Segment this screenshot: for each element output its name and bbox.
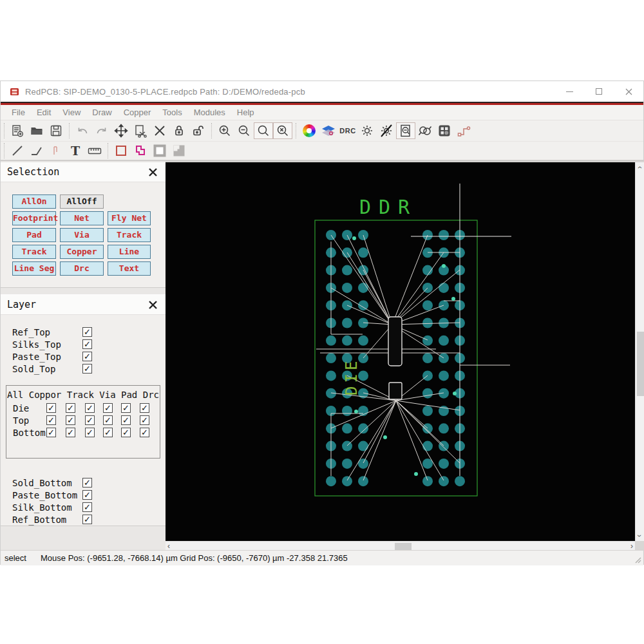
matrix-checkbox-bottom-coppor[interactable]: ✓: [66, 428, 75, 437]
brightness-button[interactable]: [357, 122, 377, 139]
layer-checkbox-paste_top[interactable]: ✓: [82, 352, 92, 361]
layer-panel-close-icon[interactable]: [148, 300, 158, 310]
maximize-button[interactable]: [584, 81, 614, 102]
pcb-canvas[interactable]: DDRDIE: [166, 162, 635, 541]
matrix-checkbox-die-pad[interactable]: ✓: [121, 403, 131, 413]
selection-button-net[interactable]: Net: [60, 211, 104, 225]
menu-item-view[interactable]: View: [57, 108, 86, 117]
menu-item-file[interactable]: File: [6, 108, 31, 117]
draw-polygon-button[interactable]: [131, 142, 150, 159]
selection-button-drc[interactable]: Drc: [60, 261, 104, 276]
matrix-checkbox-top-all[interactable]: ✓: [46, 415, 56, 425]
drc-button[interactable]: DRC: [338, 122, 357, 139]
menu-item-tools[interactable]: Tools: [156, 108, 187, 117]
layer-checkbox-sold_bottom[interactable]: ✓: [82, 478, 92, 488]
resize-grip[interactable]: [635, 557, 641, 564]
scroll-down-icon[interactable]: ›: [636, 535, 643, 537]
open-folder-button[interactable]: [27, 122, 46, 139]
layer-panel-titlebar[interactable]: Layer: [1, 295, 166, 315]
vertical-scrollbar[interactable]: › ›: [635, 162, 644, 541]
matrix-checkbox-die-all[interactable]: ✓: [46, 403, 56, 413]
matrix-checkbox-die-drc[interactable]: ✓: [140, 403, 149, 413]
draw-polyline-button[interactable]: [27, 142, 46, 159]
zoom-page-button[interactable]: [396, 122, 415, 139]
new-file-button[interactable]: [8, 122, 27, 139]
lock-button[interactable]: [169, 122, 189, 139]
layer-swap-button[interactable]: [319, 122, 338, 139]
measure-button[interactable]: [85, 142, 104, 159]
matrix-checkbox-top-coppor[interactable]: ✓: [66, 415, 75, 425]
matrix-checkbox-die-via[interactable]: ✓: [103, 403, 113, 413]
horizontal-scrollbar[interactable]: ‹ ›: [166, 541, 635, 551]
scroll-left-icon[interactable]: ‹: [167, 542, 170, 550]
draw-rect-button[interactable]: [111, 142, 131, 159]
refresh-search-button[interactable]: [415, 122, 435, 139]
draw-filled-polygon-button[interactable]: [169, 142, 189, 159]
layer-checkbox-silk_bottom[interactable]: ✓: [82, 502, 92, 512]
menu-item-draw[interactable]: Draw: [86, 108, 117, 117]
selection-button-line[interactable]: Line: [108, 245, 151, 259]
open-folder-icon: [30, 124, 44, 138]
scroll-up-icon[interactable]: ›: [636, 166, 643, 169]
matrix-checkbox-top-track[interactable]: ✓: [85, 415, 95, 425]
matrix-checkbox-top-via[interactable]: ✓: [103, 415, 113, 425]
selection-button-line-seg[interactable]: Line Seg: [12, 261, 56, 276]
layer-checkbox-paste_bottom[interactable]: ✓: [82, 490, 92, 500]
selection-button-footprint[interactable]: Footprint: [12, 211, 56, 225]
selection-panel-titlebar[interactable]: Selection: [1, 162, 166, 182]
selection-button-via[interactable]: Via: [60, 228, 104, 242]
draw-jumper-button[interactable]: [46, 142, 66, 159]
delete-button[interactable]: [150, 122, 169, 139]
move-button[interactable]: [111, 122, 131, 139]
brightness-off-button[interactable]: [377, 122, 396, 139]
selection-button-fly-net[interactable]: Fly Net: [108, 211, 151, 225]
layer-checkbox-silks_top[interactable]: ✓: [82, 339, 92, 349]
menu-item-modules[interactable]: Modules: [188, 108, 231, 117]
title-bar[interactable]: RedPCB: SIP-DEMO_0130-5-PLACE.redpcb Pat…: [1, 81, 643, 102]
matrix-checkbox-bottom-pad[interactable]: ✓: [121, 428, 131, 437]
matrix-checkbox-bottom-drc[interactable]: ✓: [140, 428, 149, 437]
selection-panel-close-icon[interactable]: [148, 167, 158, 177]
draw-text-button[interactable]: T: [66, 142, 85, 159]
minimize-button[interactable]: [554, 81, 584, 102]
zoom-out-button[interactable]: [234, 122, 254, 139]
scroll-right-icon[interactable]: ›: [630, 542, 633, 550]
close-button[interactable]: [614, 81, 643, 102]
matrix-checkbox-bottom-via[interactable]: ✓: [103, 428, 113, 437]
draw-filled-rect-button[interactable]: [150, 142, 169, 159]
selection-button-pad[interactable]: Pad: [12, 228, 56, 242]
matrix-checkbox-top-pad[interactable]: ✓: [121, 415, 131, 425]
matrix-checkbox-die-coppor[interactable]: ✓: [66, 403, 75, 413]
selection-button-track[interactable]: Track: [108, 228, 151, 242]
zoom-button[interactable]: [254, 122, 273, 139]
layer-checkbox-ref_bottom[interactable]: ✓: [82, 515, 92, 524]
selection-button-allon[interactable]: AllOn: [12, 194, 56, 209]
layer-checkbox-sold_top[interactable]: ✓: [82, 364, 92, 374]
horizontal-scroll-thumb[interactable]: [395, 543, 412, 550]
menu-item-copper[interactable]: Copper: [118, 108, 157, 117]
draw-line-button[interactable]: [8, 142, 27, 159]
zoom-in-button[interactable]: [215, 122, 234, 139]
undo-button[interactable]: [73, 122, 92, 139]
save-button[interactable]: [46, 122, 66, 139]
selection-button-track-seg[interactable]: Track Seg: [12, 245, 56, 259]
pad: [326, 336, 336, 346]
redo-button[interactable]: [92, 122, 111, 139]
cut-button[interactable]: [131, 122, 150, 139]
color-settings-button[interactable]: [299, 122, 319, 139]
menu-item-edit[interactable]: Edit: [31, 108, 57, 117]
modules-button[interactable]: [435, 122, 454, 139]
route-button[interactable]: [454, 122, 473, 139]
menu-item-help[interactable]: Help: [231, 108, 260, 117]
matrix-checkbox-die-track[interactable]: ✓: [85, 403, 95, 413]
matrix-checkbox-top-drc[interactable]: ✓: [140, 415, 149, 425]
zoom-cancel-button[interactable]: [273, 122, 292, 139]
layer-checkbox-ref_top[interactable]: ✓: [82, 327, 92, 337]
unlock-button[interactable]: [189, 122, 208, 139]
selection-button-text[interactable]: Text: [108, 261, 151, 276]
matrix-checkbox-bottom-all[interactable]: ✓: [46, 428, 56, 437]
selection-button-copper[interactable]: Copper: [60, 245, 104, 259]
vertical-scroll-thumb[interactable]: [637, 332, 644, 396]
matrix-checkbox-bottom-track[interactable]: ✓: [85, 428, 95, 437]
selection-button-alloff[interactable]: AllOff: [60, 194, 104, 209]
